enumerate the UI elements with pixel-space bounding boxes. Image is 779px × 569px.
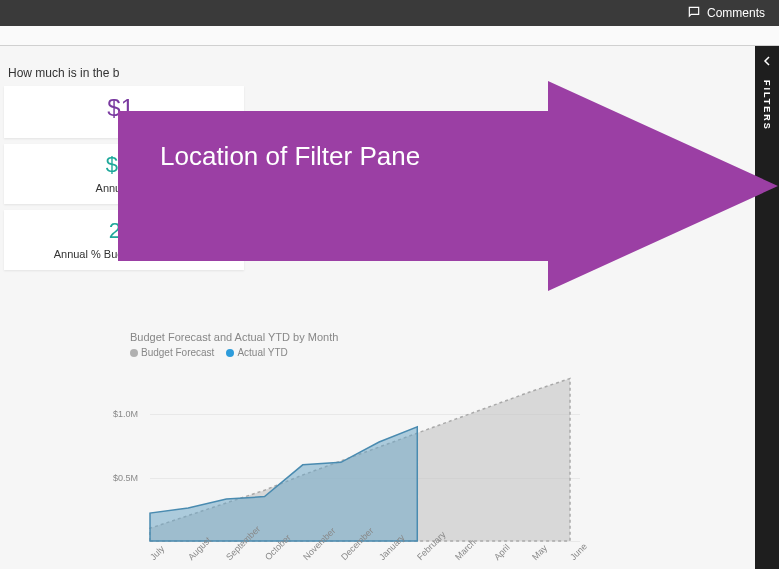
comments-label: Comments xyxy=(707,6,765,20)
section-title: How much is in the b xyxy=(8,66,119,80)
dot-grey-icon xyxy=(130,349,138,357)
chart-plot-area: $1.0M$0.5MJulyAugustSeptemberOctoberNove… xyxy=(140,376,580,541)
comments-icon xyxy=(687,5,701,22)
comments-button[interactable]: Comments xyxy=(687,5,765,22)
chart-title: Budget Forecast and Actual YTD by Month xyxy=(130,331,590,343)
y-axis-label: $1.0M xyxy=(104,409,138,419)
x-axis-label: June xyxy=(568,541,589,562)
annotation-arrow-icon xyxy=(118,81,778,291)
x-axis-label: April xyxy=(492,542,512,562)
legend-grey: Budget Forecast xyxy=(141,347,214,358)
svg-marker-0 xyxy=(118,81,778,291)
legend-blue: Actual YTD xyxy=(237,347,287,358)
chevron-left-icon xyxy=(762,52,772,70)
top-bar: Comments xyxy=(0,0,779,26)
dot-blue-icon xyxy=(226,349,234,357)
x-axis-label: July xyxy=(148,544,166,562)
chart-container[interactable]: Budget Forecast and Actual YTD by Month … xyxy=(130,331,590,569)
chart-legend: Budget Forecast Actual YTD xyxy=(130,347,590,358)
toolbar-strip xyxy=(0,26,779,46)
y-axis-label: $0.5M xyxy=(104,473,138,483)
workspace: How much is in the b $1. $30 Annual Bud … xyxy=(0,46,779,569)
annotation-text: Location of Filter Pane xyxy=(160,141,420,172)
x-axis-label: May xyxy=(530,543,549,562)
